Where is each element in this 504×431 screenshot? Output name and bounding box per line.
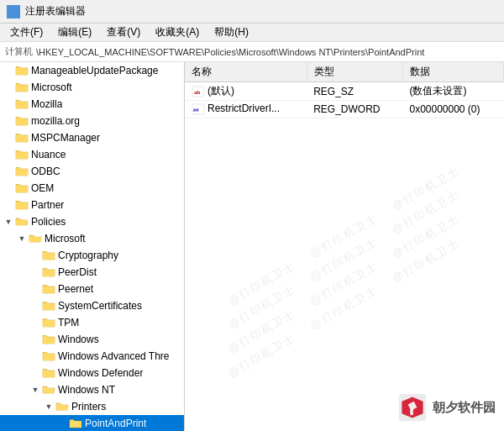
tree-item-Partner[interactable]: ▶ Partner	[0, 197, 184, 213]
tree-pane[interactable]: ▶ ManageableUpdatePackage▶ Microsoft▶ Mo…	[0, 62, 185, 431]
folder-icon	[42, 249, 55, 262]
menu-bar: 文件(F) 编辑(E) 查看(V) 收藏夹(A) 帮助(H)	[0, 24, 504, 42]
folder-icon	[15, 181, 29, 195]
table-row[interactable]: ## RestrictDriverI...REG_DWORD0x00000000…	[185, 101, 504, 118]
folder-icon	[42, 350, 55, 363]
tree-item-mozilla.org[interactable]: ▶ mozilla.org	[0, 113, 184, 129]
title-bar: 注册表编辑器	[0, 0, 504, 24]
tree-item-WindowsDefender[interactable]: ▶ Windows Defender	[0, 365, 184, 381]
tree-item-PointAndPrint[interactable]: ▶ PointAndPrint	[0, 415, 184, 431]
cell-name: ab (默认)	[185, 82, 307, 101]
tree-item-SystemCertificates[interactable]: ▶ SystemCertificates	[0, 297, 184, 314]
main-content: ▶ ManageableUpdatePackage▶ Microsoft▶ Mo…	[0, 62, 504, 431]
tree-item-label: TPM	[58, 317, 79, 329]
address-bar: 计算机 \HKEY_LOCAL_MACHINE\SOFTWARE\Policie…	[0, 42, 504, 62]
svg-text:##: ##	[193, 108, 199, 113]
col-type[interactable]: 类型	[307, 62, 402, 82]
svg-text:ab: ab	[194, 89, 201, 96]
registry-table: 名称 类型 数据 ab (默认)REG_SZ(数值未设置) ## Restric…	[185, 62, 504, 118]
folder-icon	[42, 366, 55, 380]
tree-item-label: Peernet	[58, 283, 93, 295]
tree-item-label: Microsoft	[45, 233, 86, 244]
tree-item-Policies[interactable]: ▼ Policies	[0, 213, 184, 230]
tree-item-label: Windows	[58, 334, 99, 345]
menu-help[interactable]: 帮助(H)	[207, 24, 255, 41]
tree-item-Peernet[interactable]: ▶ Peernet	[0, 281, 184, 297]
address-path: \HKEY_LOCAL_MACHINE\SOFTWARE\Policies\Mi…	[36, 47, 424, 57]
tree-item-MSPCManager[interactable]: ▶ MSPCManager	[0, 129, 184, 146]
tree-item-label: Nuance	[31, 149, 66, 160]
tree-item-label: MSPCManager	[31, 132, 100, 144]
tree-item-ManageableUpdatePackage[interactable]: ▶ ManageableUpdatePackage	[0, 62, 184, 79]
cell-type: REG_DWORD	[307, 101, 402, 118]
table-header-row: 名称 类型 数据	[185, 62, 504, 82]
cell-type: REG_SZ	[307, 82, 402, 101]
folder-icon	[15, 81, 29, 94]
app-icon	[7, 5, 20, 18]
tree-toggle-icon[interactable]: ▼	[29, 383, 42, 397]
tree-item-label: PointAndPrint	[85, 418, 146, 429]
tree-item-PeerDist[interactable]: ▶ PeerDist	[0, 264, 184, 281]
folder-icon	[15, 215, 29, 229]
cell-data: (数值未设置)	[402, 82, 503, 101]
folder-icon	[55, 400, 69, 413]
tree-item-ODBC[interactable]: ▶ ODBC	[0, 163, 184, 180]
svg-rect-2	[8, 13, 13, 17]
tree-item-label: SystemCertificates	[58, 300, 142, 312]
tree-item-Cryptography[interactable]: ▶ Cryptography	[0, 247, 184, 264]
folder-icon	[42, 265, 55, 279]
tree-item-label: ManageableUpdatePackage	[31, 65, 158, 76]
folder-icon	[29, 232, 42, 245]
tree-toggle-icon[interactable]: ▼	[2, 215, 15, 229]
tree-item-Mozilla[interactable]: ▶ Mozilla	[0, 96, 184, 113]
table-row[interactable]: ab (默认)REG_SZ(数值未设置)	[185, 82, 504, 101]
brand-text: 朝夕软件园	[433, 400, 496, 416]
cell-name-text: RestrictDriverI...	[207, 102, 280, 114]
folder-icon	[15, 114, 29, 128]
svg-rect-11	[410, 409, 413, 415]
tree-item-label: Microsoft	[31, 81, 72, 93]
menu-edit[interactable]: 编辑(E)	[51, 24, 98, 41]
folder-icon	[15, 97, 29, 111]
tree-item-label: Windows Defender	[58, 367, 143, 379]
tree-item-label: PeerDist	[58, 266, 97, 278]
tree-item-label: ODBC	[31, 166, 60, 177]
tree-item-Microsoft[interactable]: ▶ Microsoft	[0, 79, 184, 96]
tree-item-OEM[interactable]: ▶ OEM	[0, 180, 184, 197]
tree-item-label: Cryptography	[58, 250, 118, 261]
tree-item-label: Partner	[31, 199, 64, 211]
svg-rect-0	[8, 7, 13, 11]
folder-icon	[15, 165, 29, 178]
tree-item-WindowsNT[interactable]: ▼ Windows NT	[0, 381, 184, 398]
folder-icon	[42, 282, 55, 296]
tree-toggle-icon[interactable]: ▼	[15, 232, 29, 245]
tree-toggle-icon[interactable]: ▼	[42, 400, 55, 413]
tree-item-label: Windows NT	[58, 384, 115, 396]
tree-item-TPM[interactable]: ▶ TPM	[0, 314, 184, 331]
tree-item-WindowsAdvancedThre[interactable]: ▶ Windows Advanced Thre	[0, 348, 184, 365]
folder-icon	[15, 198, 29, 212]
menu-favorites[interactable]: 收藏夹(A)	[149, 24, 206, 41]
cell-data: 0x00000000 (0)	[402, 101, 503, 118]
tree-item-Nuance[interactable]: ▶ Nuance	[0, 146, 184, 163]
tree-item-Microsoft2[interactable]: ▼ Microsoft	[0, 230, 184, 247]
tree-item-Printers[interactable]: ▼ Printers	[0, 398, 184, 415]
menu-file[interactable]: 文件(F)	[3, 24, 50, 41]
tree-item-label: Printers	[71, 401, 106, 413]
tree-item-Windows[interactable]: ▶ Windows	[0, 331, 184, 348]
tree-item-label: mozilla.org	[31, 115, 80, 127]
folder-icon	[15, 131, 29, 145]
col-name[interactable]: 名称	[185, 62, 307, 82]
brand-logo-icon	[397, 392, 428, 423]
col-data[interactable]: 数据	[402, 62, 503, 82]
svg-rect-3	[14, 13, 18, 17]
menu-view[interactable]: 查看(V)	[100, 24, 147, 41]
title-text: 注册表编辑器	[25, 4, 86, 18]
right-pane: 名称 类型 数据 ab (默认)REG_SZ(数值未设置) ## Restric…	[185, 62, 504, 431]
folder-icon	[42, 383, 55, 397]
svg-rect-1	[14, 7, 18, 11]
address-label: 计算机	[5, 45, 33, 58]
folder-icon	[42, 316, 55, 329]
watermark-logo-area: 朝夕软件园	[397, 392, 496, 423]
folder-icon	[15, 148, 29, 161]
